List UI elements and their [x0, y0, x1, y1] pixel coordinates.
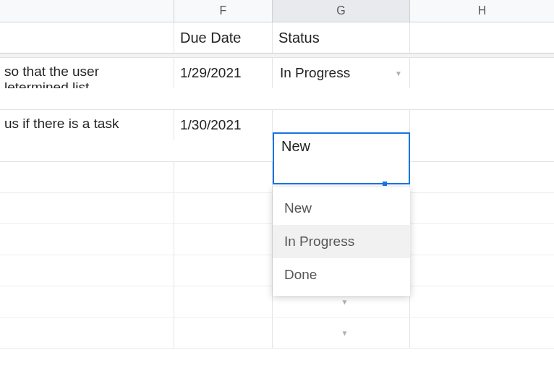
cell-text: us if there is a task [4, 116, 119, 132]
chevron-down-icon[interactable]: ▼ [395, 69, 402, 77]
cell-e[interactable] [0, 162, 174, 192]
dropdown-option-new[interactable]: New [273, 192, 410, 225]
cell-e-header[interactable] [0, 22, 174, 53]
chevron-down-icon[interactable]: ▼ [341, 329, 349, 337]
cell-f[interactable] [174, 224, 273, 255]
cell-f-row2[interactable]: 1/30/2021 [174, 110, 273, 140]
cell-e[interactable] [0, 286, 174, 317]
cell-e[interactable] [0, 193, 174, 223]
editing-value: New [281, 138, 310, 155]
cell-f[interactable] [174, 286, 273, 317]
cell-e[interactable] [0, 224, 174, 255]
cell-f[interactable] [174, 255, 273, 286]
cell-resize-handle[interactable] [383, 182, 387, 186]
cell-h[interactable] [410, 193, 554, 223]
cell-h[interactable] [410, 224, 554, 255]
cell-e[interactable] [0, 255, 174, 286]
cell-h[interactable] [410, 286, 554, 317]
col-header-h[interactable]: H [410, 0, 554, 22]
cell-f[interactable] [174, 318, 273, 348]
cell-e-row1[interactable]: so that the user letermined list [0, 58, 174, 88]
empty-row: ▼ [0, 318, 554, 349]
cell-f-header[interactable]: Due Date [174, 22, 273, 53]
status-text: In Progress [280, 65, 350, 81]
cell-h-header[interactable] [410, 22, 554, 53]
cell-h-row1[interactable] [410, 58, 554, 88]
column-headers: F G H [0, 0, 554, 22]
dropdown-option-done[interactable]: Done [273, 258, 410, 291]
cell-g-row1[interactable]: In Progress ▼ [273, 58, 410, 88]
header-label-row: Due Date Status [0, 22, 554, 54]
cell-h[interactable] [410, 255, 554, 286]
cell-e[interactable] [0, 318, 174, 348]
cell-f-row1[interactable]: 1/29/2021 [174, 58, 273, 88]
editing-cell[interactable]: New [273, 132, 410, 184]
col-header-g[interactable]: G [273, 0, 410, 22]
cell-g-header[interactable]: Status [273, 22, 410, 53]
col-header-cutoff[interactable] [0, 0, 174, 22]
chevron-down-icon[interactable]: ▼ [341, 298, 349, 306]
cell-h[interactable] [410, 162, 554, 192]
cell-g-dropdown[interactable]: ▼ [273, 318, 410, 348]
dropdown-option-in-progress[interactable]: In Progress [273, 225, 410, 258]
col-header-f[interactable]: F [174, 0, 273, 22]
cell-f[interactable] [174, 162, 273, 192]
cell-h-row2[interactable] [410, 110, 554, 140]
status-dropdown: New In Progress Done [273, 187, 410, 296]
cell-e-row2[interactable]: us if there is a task [0, 110, 174, 140]
cell-h[interactable] [410, 318, 554, 348]
cell-text: so that the user letermined list [4, 64, 99, 88]
data-row-1: so that the user letermined list 1/29/20… [0, 58, 554, 110]
cell-f[interactable] [174, 193, 273, 223]
